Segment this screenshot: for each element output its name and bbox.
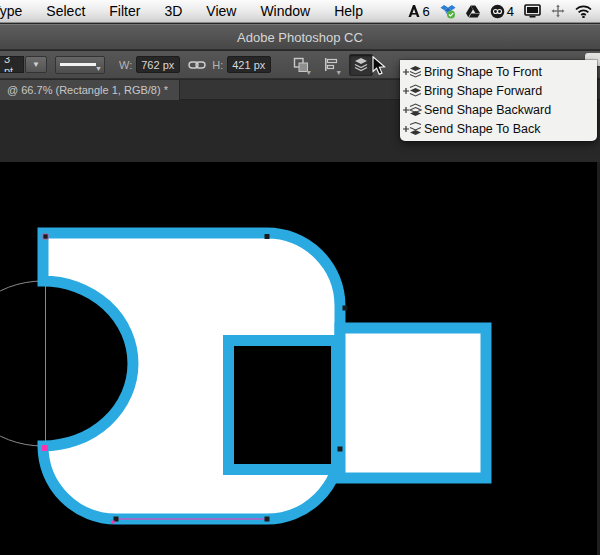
adobe-a-icon <box>407 4 421 18</box>
anchor-point[interactable] <box>338 447 343 452</box>
bring-forward-icon <box>403 84 422 98</box>
chevron-down-icon: ▼ <box>32 60 40 69</box>
displays-status[interactable] <box>524 4 541 18</box>
menu-item-label: Send Shape To Back <box>424 122 541 136</box>
width-label: W: <box>119 59 132 71</box>
arrow-cursor-icon <box>372 56 387 76</box>
chevron-down-icon: ▼ <box>335 69 342 76</box>
google-drive-icon <box>466 5 480 18</box>
anchor-point-highlight <box>112 521 115 524</box>
dropbox-icon <box>440 4 456 19</box>
menu-3d[interactable]: 3D <box>152 3 194 19</box>
menu-item-label: Send Shape Backward <box>424 103 551 117</box>
stroke-width-dropdown-button[interactable]: ▼ <box>25 56 47 73</box>
send-to-back-icon <box>403 122 422 136</box>
link-dimensions-toggle[interactable] <box>188 60 206 70</box>
stroke-width-value: 3 pt <box>4 56 19 73</box>
shape-width-value: 762 px <box>141 59 174 71</box>
path-arrangement-button[interactable] <box>349 54 373 76</box>
path-operations-button[interactable]: ▼ <box>289 54 313 76</box>
creative-cloud-icon <box>490 4 505 19</box>
move-status[interactable] <box>551 4 565 18</box>
menu-window[interactable]: Window <box>248 3 322 19</box>
menu-item-label: Bring Shape To Front <box>424 65 542 79</box>
wifi-status[interactable] <box>575 5 592 18</box>
right-rectangle-shape[interactable] <box>340 328 486 478</box>
anchor-point[interactable] <box>43 234 48 239</box>
height-label: H: <box>212 59 223 71</box>
google-drive-status[interactable] <box>466 5 480 18</box>
selected-anchor-point[interactable] <box>42 445 48 451</box>
menu-item-label: Bring Shape Forward <box>424 84 542 98</box>
app-title: Adobe Photoshop CC <box>237 30 363 45</box>
document-canvas[interactable] <box>0 162 600 555</box>
shape-height-input[interactable]: 421 px <box>227 56 271 73</box>
menu-item-bring-shape-to-front[interactable]: Bring Shape To Front <box>400 62 597 81</box>
menu-help[interactable]: Help <box>322 3 375 19</box>
arrange-layers-icon <box>353 57 369 72</box>
creative-cloud-status[interactable]: 4 <box>490 4 514 19</box>
menu-filter[interactable]: Filter <box>97 3 152 19</box>
anchor-point[interactable] <box>343 306 348 311</box>
menu-select[interactable]: Select <box>34 3 97 19</box>
mouse-cursor <box>372 56 387 80</box>
menu-item-send-shape-to-back[interactable]: Send Shape To Back <box>400 119 597 138</box>
adobe-badge-count: 6 <box>423 4 430 19</box>
arrange-dropdown-menu: Bring Shape To Front Bring Shape Forward… <box>400 60 597 141</box>
chevron-down-icon: ▼ <box>95 65 102 72</box>
subtracted-square-shape[interactable] <box>229 341 337 470</box>
wifi-icon <box>575 5 592 18</box>
mac-menu-bar: Type Select Filter 3D View Window Help 6 <box>0 0 600 23</box>
menu-item-bring-shape-forward[interactable]: Bring Shape Forward <box>400 81 597 100</box>
anchor-point[interactable] <box>265 517 270 522</box>
document-tab[interactable]: @ 66.7% (Rectangle 1, RGB/8) * <box>0 80 180 100</box>
anchor-point[interactable] <box>265 234 270 239</box>
shape-layers-artwork <box>0 162 600 555</box>
stroke-width-input[interactable]: 3 pt <box>0 56 24 73</box>
shape-width-input[interactable]: 762 px <box>136 56 180 73</box>
send-backward-icon <box>403 103 422 117</box>
display-icon <box>524 4 541 18</box>
chevron-down-icon: ▼ <box>305 69 312 76</box>
bring-to-front-icon <box>403 65 422 79</box>
menu-item-send-shape-backward[interactable]: Send Shape Backward <box>400 100 597 119</box>
dropbox-status[interactable] <box>440 4 456 19</box>
adobe-app-status[interactable]: 6 <box>407 4 430 19</box>
solid-stroke-swatch-icon <box>60 63 96 66</box>
menu-type[interactable]: Type <box>0 3 34 19</box>
document-tab-label: @ 66.7% (Rectangle 1, RGB/8) * <box>7 84 168 96</box>
shape-height-value: 421 px <box>232 59 265 71</box>
creative-cloud-badge-count: 4 <box>507 4 514 19</box>
stroke-style-dropdown[interactable]: ▼ <box>55 56 105 74</box>
app-title-bar[interactable]: Adobe Photoshop CC <box>0 24 600 50</box>
crosshair-icon <box>551 4 565 18</box>
menu-items: Type Select Filter 3D View Window Help <box>0 4 375 19</box>
path-alignment-button[interactable]: ▼ <box>319 54 343 76</box>
chain-link-icon <box>188 60 206 70</box>
menu-view[interactable]: View <box>194 3 248 19</box>
